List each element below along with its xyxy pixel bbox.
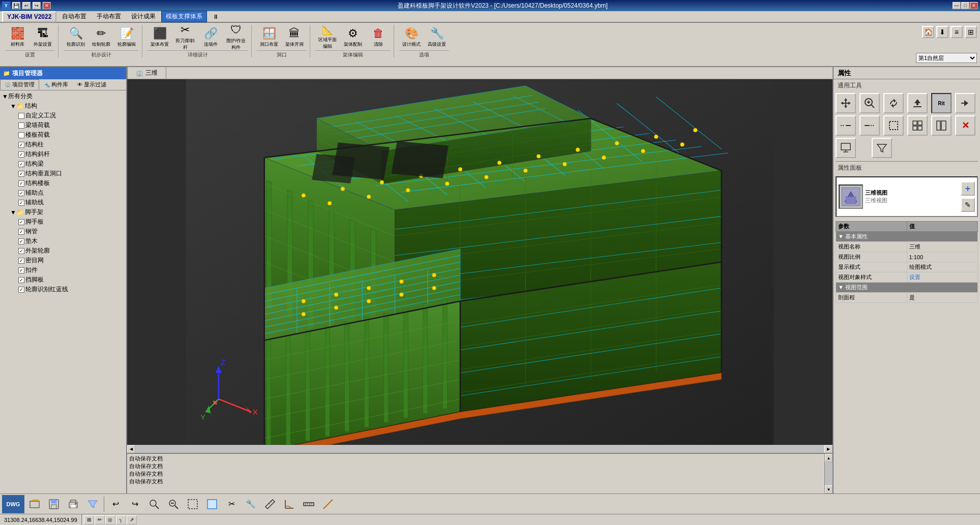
- tree-item-pipe[interactable]: ✓ 钢管: [1, 227, 125, 236]
- nav-layers[interactable]: ≡: [951, 26, 963, 38]
- quickaccess-save[interactable]: 💾: [12, 2, 20, 9]
- tree-item-custom-condition[interactable]: 自定义工况: [1, 111, 125, 120]
- btn-wall-connector[interactable]: 🔗 连墙件: [198, 25, 223, 49]
- menu-results[interactable]: 设计成果: [127, 11, 160, 22]
- btn-redo2[interactable]: ↪: [126, 495, 144, 513]
- h-scroll-left-btn[interactable]: ◀: [127, 445, 135, 453]
- btn-slash-tool[interactable]: [319, 495, 337, 513]
- tree-item-slab-load[interactable]: 楼板荷载: [1, 130, 125, 140]
- tool-grid-view[interactable]: [907, 115, 928, 136]
- tool-dashed-right[interactable]: [859, 115, 880, 136]
- log-scroll-up-btn[interactable]: ▲: [825, 454, 833, 462]
- tree-item-aux-line[interactable]: ✓ 辅助线: [1, 198, 125, 207]
- btn-scissor-brace[interactable]: ✂ 剪刀撑/斜杆: [173, 25, 197, 49]
- tree-item-outer-contour[interactable]: ✓ 外架轮廓: [1, 246, 125, 256]
- attr-add-btn[interactable]: +: [961, 181, 975, 196]
- checkbox-beam-wall-load[interactable]: [18, 122, 24, 129]
- tool-load-view[interactable]: [836, 138, 856, 158]
- minimize-btn[interactable]: —: [953, 2, 961, 9]
- btn-zoom-out[interactable]: [164, 495, 183, 513]
- tree-item-aux-point[interactable]: ✓ 辅助点: [1, 188, 125, 198]
- tree-item-struct-slab[interactable]: ✓ 结构楼板: [1, 178, 125, 188]
- btn-save-file[interactable]: [45, 495, 63, 513]
- btn-select-rect[interactable]: [184, 495, 202, 513]
- h-scroll-track[interactable]: [135, 446, 824, 453]
- btn-opening-layout[interactable]: 🪟 洞口布置: [257, 25, 281, 49]
- btn-zoom-window[interactable]: [145, 495, 163, 513]
- btn-open-file[interactable]: [25, 495, 44, 513]
- btn-contour-detect[interactable]: 🔍 轮廓识别: [64, 25, 88, 49]
- tool-move[interactable]: [836, 93, 856, 113]
- btn-undo2[interactable]: ↩: [106, 495, 125, 513]
- h-scroll-right-btn[interactable]: ▶: [824, 445, 833, 453]
- view-tab-3d[interactable]: 🏢 三维: [127, 67, 166, 79]
- section-view-range[interactable]: ▼ 视图范围: [836, 283, 978, 293]
- checkbox-pad[interactable]: ✓: [18, 238, 24, 244]
- viewport[interactable]: Z X Y: [127, 79, 833, 445]
- nav-tool-grid[interactable]: ⊞: [84, 515, 94, 524]
- tree-item-struct-opening[interactable]: ✓ 结构垂直洞口: [1, 169, 125, 178]
- tree-item-contour-lines[interactable]: ✓ 轮廓识别红蓝线: [1, 285, 125, 294]
- nav-grid[interactable]: ⊞: [965, 26, 977, 38]
- tool-close-view[interactable]: ✕: [955, 115, 975, 136]
- btn-frame-opening[interactable]: 🏛 架体开洞: [282, 25, 307, 49]
- checkbox-contour-lines[interactable]: ✓: [18, 287, 24, 293]
- tool-zoom-in[interactable]: [859, 93, 880, 113]
- tool-filter[interactable]: [872, 138, 892, 158]
- tool-dashed-left[interactable]: [836, 115, 856, 136]
- checkbox-custom-condition[interactable]: [18, 113, 24, 119]
- floor-select[interactable]: 第1自然层 第2自然层 第3自然层: [916, 53, 977, 63]
- checkbox-struct-opening[interactable]: ✓: [18, 171, 24, 177]
- menu-autolayout[interactable]: 自动布置: [57, 11, 91, 22]
- checkbox-aux-line[interactable]: ✓: [18, 200, 24, 206]
- checkbox-pipe[interactable]: ✓: [18, 229, 24, 235]
- btn-dwg[interactable]: DWG: [2, 495, 24, 513]
- tab-components[interactable]: 🔩 构件库: [39, 79, 73, 90]
- btn-filter2[interactable]: [83, 495, 102, 513]
- nav-tool-snap[interactable]: ◎: [105, 515, 115, 524]
- log-scroll-track[interactable]: [825, 462, 833, 485]
- section-basic-props[interactable]: ▼ 基本属性: [836, 232, 978, 242]
- tool-elevate[interactable]: [907, 93, 928, 113]
- checkbox-plank[interactable]: ✓: [18, 219, 24, 225]
- btn-enclosure[interactable]: 🛡 围护/作业构件: [224, 25, 248, 49]
- checkbox-struct-slab[interactable]: ✓: [18, 180, 24, 187]
- btn-draw-contour[interactable]: ✏ 绘制轮廓: [89, 25, 113, 49]
- btn-clear[interactable]: 🗑 清除: [366, 25, 391, 49]
- nav-tool-ortho[interactable]: ┐: [116, 515, 126, 524]
- tree-item-pad[interactable]: ✓ 垫木: [1, 236, 125, 246]
- tree-item-coupler[interactable]: ✓ 扣件: [1, 265, 125, 275]
- btn-materials[interactable]: 🧱 材料库: [5, 25, 29, 49]
- tool-split-view[interactable]: [931, 115, 952, 136]
- quickaccess-close[interactable]: ✕: [43, 2, 51, 9]
- menu-manuallayout[interactable]: 手动布置: [92, 11, 126, 22]
- tree-item-struct-brace[interactable]: ✓ 结构斜杆: [1, 149, 125, 159]
- tool-right-arrow[interactable]: [955, 93, 975, 113]
- nav-down[interactable]: ⬇: [936, 26, 948, 38]
- tool-rotate[interactable]: [883, 93, 904, 113]
- checkbox-struct-brace[interactable]: ✓: [18, 151, 24, 158]
- btn-print[interactable]: [64, 495, 82, 513]
- checkbox-slab-load[interactable]: [18, 132, 24, 138]
- btn-scissors2[interactable]: ✂: [222, 495, 241, 513]
- tree-item-struct-beam[interactable]: ✓ 结构梁: [1, 159, 125, 169]
- tab-project-manage[interactable]: 🏢 项目管理: [0, 79, 39, 90]
- tree-scaffold[interactable]: ▼ 📁 脚手架: [1, 207, 125, 217]
- tree-item-struct-column[interactable]: ✓ 结构柱: [1, 140, 125, 149]
- menu-formwork[interactable]: 模板支撑体系: [161, 11, 207, 22]
- btn-wrench2[interactable]: 🔧: [242, 495, 260, 513]
- checkbox-struct-column[interactable]: ✓: [18, 142, 24, 148]
- tree-all-categories[interactable]: ▼ 所有分类: [1, 91, 125, 101]
- btn-angle[interactable]: [280, 495, 299, 513]
- maximize-btn[interactable]: □: [961, 2, 969, 9]
- log-scroll-down-btn[interactable]: ▼: [825, 485, 833, 493]
- tree-item-toe-board[interactable]: ✓ 挡脚板: [1, 275, 125, 285]
- quickaccess-redo[interactable]: ↪: [33, 2, 41, 9]
- btn-advanced-settings[interactable]: 🔧 高级设置: [425, 25, 449, 49]
- btn-ruler[interactable]: [300, 495, 318, 513]
- checkbox-outer-contour[interactable]: ✓: [18, 248, 24, 254]
- tree-structure[interactable]: ▼ 📁 结构: [1, 101, 125, 111]
- quickaccess-undo[interactable]: ↩: [22, 2, 31, 9]
- btn-select-box2[interactable]: [203, 495, 221, 513]
- btn-region-edit[interactable]: 📐 区域平面编辑: [315, 25, 340, 49]
